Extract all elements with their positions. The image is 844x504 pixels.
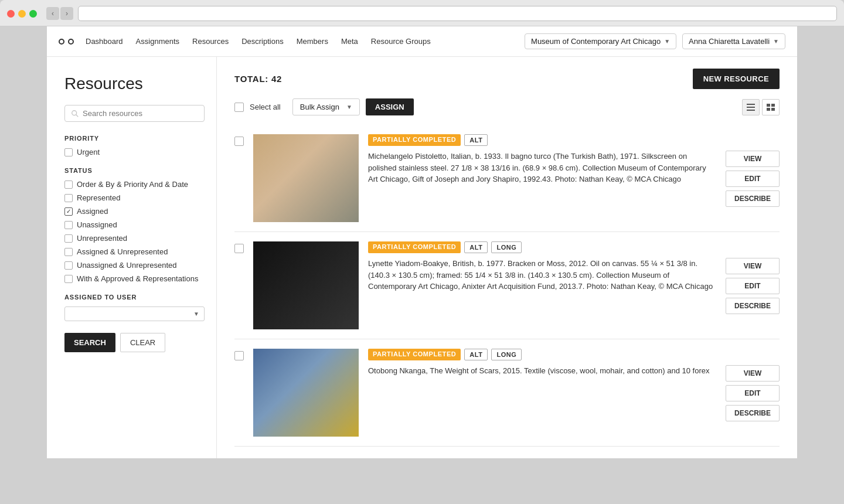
bulk-assign-label: Bulk Assign [300, 103, 339, 111]
resource-item: PARTIALLY COMPLETED ALT LONG Otobong Nka… [234, 339, 780, 447]
nav-link-resources[interactable]: Resources [192, 37, 229, 46]
status-checkbox-3[interactable] [64, 221, 73, 229]
nav-link-dashboard[interactable]: Dashboard [86, 37, 123, 46]
priority-checkbox-0[interactable] [64, 148, 73, 156]
user-dropdown-label: Anna Chiaretta Lavatelli [689, 37, 770, 46]
status-checkbox-label-2: Assigned [77, 207, 108, 216]
user-dropdown[interactable]: Anna Chiaretta Lavatelli ▼ [682, 33, 785, 49]
item-image-2 [253, 349, 359, 437]
status-checkbox-item-1[interactable]: Represented [64, 193, 205, 202]
select-all-checkbox[interactable] [234, 103, 244, 112]
action-describe-button[interactable]: DESCRIBE [726, 190, 780, 207]
user-select-arrow-icon: ▼ [193, 311, 199, 317]
status-checkbox-6[interactable] [64, 261, 73, 270]
svg-line-1 [76, 114, 79, 117]
item-image-1 [253, 241, 359, 329]
search-input[interactable] [83, 109, 198, 118]
item-description-0: Michelangelo Pistoletto, Italian, b. 193… [368, 151, 716, 185]
action-edit-button[interactable]: EDIT [726, 385, 780, 401]
status-label: STATUS [64, 167, 205, 174]
address-bar[interactable] [78, 6, 837, 21]
close-button[interactable] [7, 10, 15, 18]
priority-filter-section: PRIORITY Urgent [64, 135, 205, 156]
item-checkbox-2[interactable] [234, 351, 244, 360]
logo-circle-2 [68, 39, 74, 45]
nav-link-meta[interactable]: Meta [341, 37, 358, 46]
traffic-lights [7, 10, 37, 18]
user-select-dropdown[interactable]: ▼ [64, 307, 205, 321]
minimize-button[interactable] [18, 10, 26, 18]
item-description-2: Otobong Nkanga, The Weight of Scars, 201… [368, 365, 716, 377]
status-checkbox-label-1: Represented [77, 193, 120, 202]
action-describe-button[interactable]: DESCRIBE [726, 298, 780, 314]
tag-alt: ALT [464, 241, 488, 253]
bulk-assign-dropdown[interactable]: Bulk Assign ▼ [292, 98, 360, 115]
resource-item: PARTIALLY COMPLETED ALT LONG Lynette Yia… [234, 232, 780, 339]
svg-rect-7 [767, 108, 770, 111]
nav-dropdowns: Museum of Contemporary Art Chicago ▼ Ann… [525, 33, 785, 49]
status-checkbox-item-5[interactable]: Assigned & Unrepresented [64, 247, 205, 256]
main-content: Resources PRIORITY Urgent STATUS Order &… [47, 57, 797, 458]
nav-link-members[interactable]: Members [297, 37, 328, 46]
action-describe-button[interactable]: DESCRIBE [726, 405, 780, 421]
status-checkbox-2[interactable] [64, 207, 73, 216]
svg-rect-2 [747, 104, 755, 105]
sidebar-actions: SEARCH CLEAR [64, 333, 205, 352]
back-arrow-icon[interactable]: ‹ [46, 7, 59, 20]
status-checkbox-item-6[interactable]: Unassigned & Unrepresented [64, 261, 205, 270]
grid-view-toggle[interactable] [762, 99, 780, 115]
museum-dropdown-arrow-icon: ▼ [664, 38, 670, 45]
status-checkbox-1[interactable] [64, 194, 73, 202]
item-checkbox-0[interactable] [234, 137, 244, 146]
sidebar: Resources PRIORITY Urgent STATUS Order &… [47, 57, 217, 458]
action-view-button[interactable]: VIEW [726, 151, 780, 167]
sidebar-title: Resources [64, 74, 205, 93]
clear-button[interactable]: CLEAR [120, 333, 165, 352]
status-checkbox-item-3[interactable]: Unassigned [64, 220, 205, 229]
assign-button[interactable]: ASSIGN [366, 98, 414, 115]
nav-link-assignments[interactable]: Assignments [136, 37, 179, 46]
priority-checkbox-item-0[interactable]: Urgent [64, 148, 205, 156]
status-checkbox-label-7: With & Approved & Representations [77, 274, 198, 283]
item-content-0: PARTIALLY COMPLETED ALT Michelangelo Pis… [368, 134, 716, 185]
museum-dropdown[interactable]: Museum of Contemporary Art Chicago ▼ [525, 33, 676, 49]
action-view-button[interactable]: VIEW [726, 258, 780, 274]
list-view-toggle[interactable] [742, 99, 760, 115]
forward-arrow-icon[interactable]: › [60, 7, 73, 20]
nav-link-descriptions[interactable]: Descriptions [241, 37, 284, 46]
status-checkbox-7[interactable] [64, 275, 73, 283]
status-checkbox-label-4: Unrepresented [77, 234, 127, 243]
item-tags-2: PARTIALLY COMPLETED ALT LONG [368, 349, 716, 360]
svg-rect-3 [747, 107, 755, 108]
new-resource-button[interactable]: NEW RESOURCE [693, 69, 780, 89]
total-count: TOTAL: 42 [234, 74, 282, 84]
status-checkbox-label-3: Unassigned [77, 220, 117, 229]
item-checkbox-1[interactable] [234, 244, 244, 253]
search-button[interactable]: SEARCH [64, 333, 115, 352]
resource-items-container: PARTIALLY COMPLETED ALT Michelangelo Pis… [234, 125, 780, 447]
nav-link-resource-groups[interactable]: Resource Groups [371, 37, 431, 46]
nav-links: DashboardAssignmentsResourcesDescription… [86, 37, 525, 46]
status-checkbox-5[interactable] [64, 248, 73, 256]
nav-logo [59, 39, 74, 45]
logo-circle-1 [59, 39, 64, 45]
action-edit-button[interactable]: EDIT [726, 278, 780, 294]
maximize-button[interactable] [29, 10, 37, 18]
search-box[interactable] [64, 105, 205, 122]
item-tags-0: PARTIALLY COMPLETED ALT [368, 134, 716, 146]
item-actions-2: VIEW EDIT DESCRIBE [726, 365, 780, 421]
status-checkbox-label-0: Order & By & Priority And & Date [77, 180, 188, 189]
tag-long: LONG [491, 241, 522, 253]
action-edit-button[interactable]: EDIT [726, 171, 780, 187]
action-view-button[interactable]: VIEW [726, 365, 780, 382]
status-checkbox-item-2[interactable]: Assigned [64, 207, 205, 216]
status-checkbox-item-0[interactable]: Order & By & Priority And & Date [64, 180, 205, 189]
status-checkbox-4[interactable] [64, 234, 73, 243]
status-checkbox-item-7[interactable]: With & Approved & Representations [64, 274, 205, 283]
svg-rect-5 [767, 104, 770, 107]
tag-alt: ALT [464, 349, 488, 360]
item-content-1: PARTIALLY COMPLETED ALT LONG Lynette Yia… [368, 241, 716, 292]
status-checkbox-0[interactable] [64, 181, 73, 189]
svg-rect-8 [771, 108, 775, 111]
status-checkbox-item-4[interactable]: Unrepresented [64, 234, 205, 243]
